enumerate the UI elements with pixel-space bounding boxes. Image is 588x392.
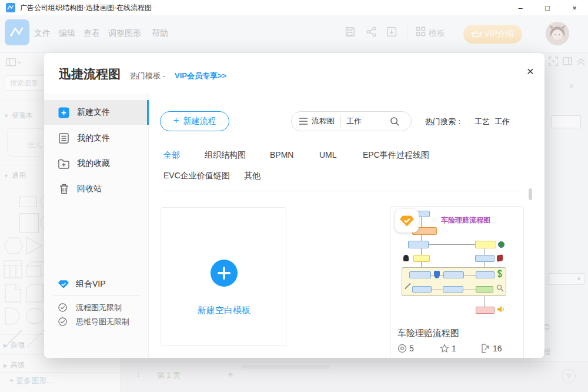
views-stat: 5 — [397, 344, 414, 353]
active-indicator — [147, 100, 149, 125]
category-org-chart[interactable]: 组织结构图 — [205, 150, 246, 161]
category-epc[interactable]: EPC事件过程线图 — [363, 150, 429, 161]
nav-my-favorites[interactable]: 我的收藏 — [44, 151, 149, 176]
new-flowchart-button[interactable]: + 新建流程 — [160, 111, 229, 131]
close-window-button[interactable]: × — [561, 0, 588, 15]
star-icon — [440, 344, 449, 353]
check-circle-icon — [58, 317, 69, 327]
globe-icon — [498, 241, 505, 248]
favorites-stat[interactable]: 1 — [440, 344, 456, 353]
magnifier-icon — [496, 284, 504, 292]
dialog-subtitle: 热门模板 - — [130, 71, 165, 81]
vip-benefit-label: 流程图无限制 — [76, 303, 122, 313]
category-uml[interactable]: UML — [319, 150, 337, 160]
views-icon — [397, 344, 407, 353]
new-file-icon — [58, 107, 69, 118]
category-bpmn[interactable]: BPMN — [270, 150, 293, 160]
folder-plus-icon — [58, 158, 69, 170]
minimize-button[interactable]: – — [507, 0, 534, 15]
scrollbar-thumb[interactable] — [529, 188, 532, 200]
nav-label: 我的收藏 — [77, 158, 110, 169]
nav-label: 新建文件 — [77, 107, 110, 118]
hot-search-label: 热门搜索： — [425, 117, 463, 127]
vip-member-link[interactable]: VIP会员专享>> — [175, 71, 226, 81]
sidebar-divider — [53, 295, 140, 296]
category-all[interactable]: 全部 — [163, 150, 180, 161]
uses-stat: 16 — [482, 344, 502, 353]
dollar-icon — [497, 270, 503, 279]
vip-benefit-mindmap: 思维导图无限制 — [44, 314, 149, 330]
search-icon[interactable] — [390, 117, 400, 127]
blank-template-label: 新建空白模板 — [161, 305, 287, 316]
maximize-button[interactable]: □ — [534, 0, 561, 15]
vip-badge-icon — [395, 209, 419, 232]
search-type-label[interactable]: 流程图 — [312, 116, 335, 127]
template-name: 车险理赔流程图 — [397, 328, 459, 339]
window-title: 广告公司组织结构图-迅捷画图-在线流程图 — [20, 3, 152, 13]
check-circle-icon — [58, 303, 69, 313]
category-menu-icon[interactable] — [299, 118, 308, 125]
speaker-icon — [497, 305, 505, 313]
vip-gem-icon — [58, 280, 69, 289]
template-dialog: 迅捷流程图 热门模板 - VIP会员专享>> × 新建文件 我的文件 — [44, 53, 544, 358]
app-logo-icon — [6, 3, 15, 12]
dialog-sidebar: 新建文件 我的文件 我的收藏 回收站 — [44, 93, 149, 358]
titlebar: 广告公司组织结构图-迅捷画图-在线流程图 – □ × — [0, 0, 588, 15]
content-divider — [163, 191, 522, 191]
nav-label: 回收站 — [77, 184, 102, 194]
search-divider — [340, 115, 341, 127]
blank-template-card[interactable]: 新建空白模板 — [161, 207, 286, 346]
person-icon — [403, 255, 409, 261]
vip-benefit-label: 思维导图无限制 — [76, 317, 129, 327]
nav-my-files[interactable]: 我的文件 — [44, 126, 149, 151]
vip-benefit-flowchart: 流程图无限制 — [44, 300, 149, 315]
nav-new-file[interactable]: 新建文件 — [44, 100, 149, 125]
dialog-title: 迅捷流程图 — [59, 66, 121, 82]
uses-icon — [482, 344, 490, 353]
hot-term-work[interactable]: 工作 — [495, 117, 510, 127]
template-search-box[interactable]: 流程图 — [291, 111, 412, 131]
trash-icon — [58, 184, 69, 195]
search-input[interactable] — [346, 117, 389, 126]
plus-icon: + — [173, 115, 179, 127]
book-icon — [497, 254, 503, 261]
plus-circle-icon — [211, 260, 238, 287]
nav-recycle-bin[interactable]: 回收站 — [44, 177, 149, 201]
nav-label: 我的文件 — [77, 133, 110, 144]
template-card[interactable]: 车险理赔流程图 — [390, 206, 524, 358]
category-other[interactable]: 其他 — [244, 171, 260, 181]
app-window: 广告公司组织结构图-迅捷画图-在线流程图 – □ × 文件 编辑 查看 调整图形… — [0, 0, 588, 392]
document-icon — [58, 133, 69, 144]
category-evc[interactable]: EVC企业价值链图 — [163, 171, 230, 181]
combo-vip-label: 组合VIP — [76, 279, 106, 290]
combo-vip-item[interactable]: 组合VIP — [44, 275, 149, 293]
hot-term-craft[interactable]: 工艺 — [475, 117, 490, 127]
new-flowchart-label: 新建流程 — [183, 116, 216, 127]
dialog-close-button[interactable]: × — [527, 65, 534, 77]
template-stats: 5 1 16 — [397, 344, 517, 356]
shield-icon — [434, 271, 440, 278]
